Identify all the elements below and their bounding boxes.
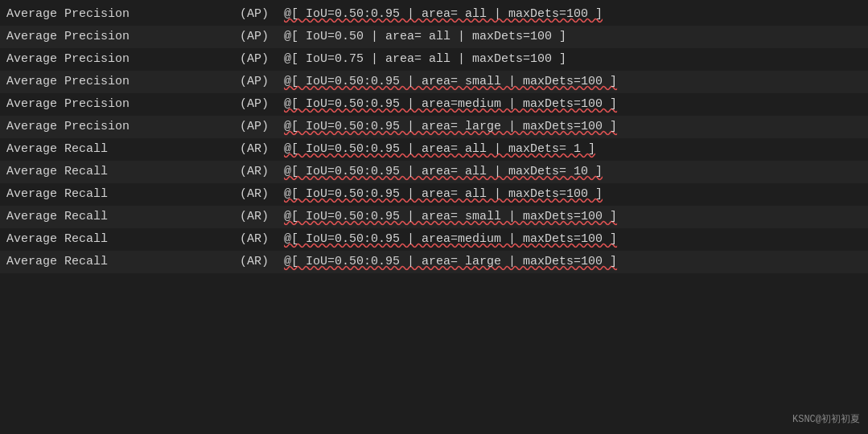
- metric-abbr: (AR): [240, 207, 284, 227]
- metric-abbr: (AP): [240, 50, 284, 69]
- terminal-output: Average Precision(AP)@[ IoU=0.50:0.95 | …: [0, 0, 868, 276]
- metric-abbr: (AR): [240, 140, 284, 159]
- metric-detail: @[ IoU=0.50:0.95 | area= all | maxDets= …: [284, 162, 751, 182]
- table-row: Average Recall (AR)@[ IoU=0.50:0.95 | ar…: [0, 183, 868, 206]
- metric-abbr: (AP): [240, 5, 284, 24]
- metric-name: Average Recall: [6, 207, 240, 227]
- metric-abbr: (AP): [240, 72, 284, 92]
- metric-abbr: (AP): [240, 27, 284, 47]
- table-row: Average Precision(AP)@[ IoU=0.50:0.95 | …: [0, 71, 868, 93]
- metric-name: Average Precision: [6, 95, 240, 114]
- metric-detail: @[ IoU=0.50 | area= all | maxDets=100 ]: [284, 27, 751, 47]
- metric-detail: @[ IoU=0.75 | area= all | maxDets=100 ]: [284, 50, 751, 69]
- metric-name: Average Recall: [6, 230, 240, 249]
- metric-abbr: (AR): [240, 185, 284, 204]
- table-row: Average Precision(AP)@[ IoU=0.50:0.95 | …: [0, 3, 868, 26]
- metric-detail: @[ IoU=0.50:0.95 | area=medium | maxDets…: [284, 95, 751, 114]
- metric-name: Average Precision: [6, 50, 240, 69]
- metric-detail: @[ IoU=0.50:0.95 | area= large | maxDets…: [284, 117, 751, 137]
- metric-detail: @[ IoU=0.50:0.95 | area= all | maxDets= …: [284, 140, 751, 159]
- metric-abbr: (AP): [240, 95, 284, 114]
- table-row: Average Precision(AP)@[ IoU=0.75 | area=…: [0, 48, 868, 71]
- table-row: Average Recall (AR)@[ IoU=0.50:0.95 | ar…: [0, 228, 868, 251]
- metric-name: Average Recall: [6, 252, 240, 272]
- metric-abbr: (AP): [240, 117, 284, 137]
- metric-abbr: (AR): [240, 252, 284, 272]
- table-row: Average Recall (AR)@[ IoU=0.50:0.95 | ar…: [0, 251, 868, 273]
- table-row: Average Precision(AP)@[ IoU=0.50 | area=…: [0, 26, 868, 48]
- metric-detail: @[ IoU=0.50:0.95 | area=medium | maxDets…: [284, 230, 751, 249]
- table-row: Average Recall (AR)@[ IoU=0.50:0.95 | ar…: [0, 206, 868, 228]
- metric-abbr: (AR): [240, 230, 284, 249]
- metric-name: Average Precision: [6, 72, 240, 92]
- metric-name: Average Recall: [6, 140, 240, 159]
- metric-name: Average Precision: [6, 117, 240, 137]
- metric-detail: @[ IoU=0.50:0.95 | area= all | maxDets=1…: [284, 5, 751, 24]
- metric-name: Average Recall: [6, 162, 240, 182]
- metric-detail: @[ IoU=0.50:0.95 | area= small | maxDets…: [284, 72, 751, 92]
- metric-name: Average Precision: [6, 27, 240, 47]
- table-row: Average Recall (AR)@[ IoU=0.50:0.95 | ar…: [0, 161, 868, 183]
- metric-detail: @[ IoU=0.50:0.95 | area= all | maxDets=1…: [284, 185, 751, 204]
- metric-detail: @[ IoU=0.50:0.95 | area= large | maxDets…: [284, 252, 751, 272]
- metric-detail: @[ IoU=0.50:0.95 | area= small | maxDets…: [284, 207, 751, 227]
- metric-name: Average Precision: [6, 5, 240, 24]
- metric-name: Average Recall: [6, 185, 240, 204]
- table-row: Average Precision(AP)@[ IoU=0.50:0.95 | …: [0, 116, 868, 138]
- metric-abbr: (AR): [240, 162, 284, 182]
- table-row: Average Recall (AR)@[ IoU=0.50:0.95 | ar…: [0, 138, 868, 161]
- table-row: Average Precision(AP)@[ IoU=0.50:0.95 | …: [0, 93, 868, 116]
